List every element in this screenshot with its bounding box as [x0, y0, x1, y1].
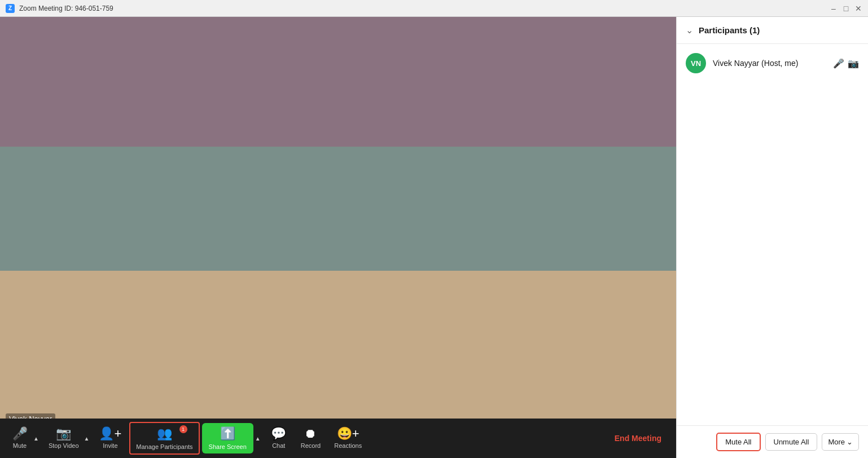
zoom-icon: Z	[6, 4, 15, 13]
title-bar-text: Zoom Meeting ID: 946-051-759	[19, 5, 113, 12]
stop-video-group: 📷 Stop Video ▲	[43, 424, 91, 452]
record-button[interactable]: ⏺ Record	[295, 424, 326, 452]
mute-chevron[interactable]: ▲	[32, 427, 41, 450]
unmute-all-button[interactable]: Unmute All	[765, 433, 818, 451]
manage-participants-icon: 👥	[157, 426, 172, 441]
participants-badge: 1	[179, 425, 187, 433]
share-screen-group: ⬆️ Share Screen ▲	[202, 423, 262, 453]
minimize-button[interactable]: –	[830, 5, 838, 12]
reactions-button[interactable]: 😀+ Reactions	[328, 424, 367, 452]
reactions-icon: 😀+	[337, 428, 360, 440]
video-status-icon: 📷	[848, 58, 859, 69]
video-icon: 📷	[56, 428, 71, 440]
sidebar-footer: Mute All Unmute All More ⌄	[677, 425, 868, 458]
mute-all-button[interactable]: Mute All	[716, 433, 760, 451]
video-segment-bot	[0, 271, 676, 419]
sidebar-title: Participants (1)	[699, 25, 760, 35]
share-screen-chevron[interactable]: ▲	[253, 427, 262, 450]
mic-icon: 🎤	[833, 58, 844, 69]
stop-video-chevron[interactable]: ▲	[82, 427, 91, 450]
video-content	[0, 17, 676, 419]
participant-name: Vivek Nayyar (Host, me)	[713, 59, 826, 68]
participants-sidebar: ⌄ Participants (1) VN Vivek Nayyar (Host…	[676, 17, 868, 458]
mute-group: 🎤 Mute ▲	[6, 424, 41, 452]
avatar: VN	[686, 53, 706, 73]
main-layout: Vivek Nayyar 🎤 Mute ▲ 📷 Stop Video ▲	[0, 17, 868, 458]
sidebar-collapse-button[interactable]: ⌄	[686, 25, 693, 36]
end-meeting-button[interactable]: End Meeting	[606, 429, 670, 447]
sidebar-header: ⌄ Participants (1)	[677, 17, 868, 44]
chat-icon: 💬	[271, 428, 286, 440]
mute-button[interactable]: 🎤 Mute	[6, 424, 34, 452]
video-area: Vivek Nayyar 🎤 Mute ▲ 📷 Stop Video ▲	[0, 17, 676, 458]
invite-button[interactable]: 👤+ Invite	[93, 424, 127, 452]
more-button[interactable]: More ⌄	[822, 433, 859, 451]
title-bar: Z Zoom Meeting ID: 946-051-759 – □ ✕	[0, 0, 868, 17]
close-button[interactable]: ✕	[854, 5, 862, 12]
video-segment-mid	[0, 147, 676, 271]
maximize-button[interactable]: □	[842, 5, 850, 12]
share-screen-icon: ⬆️	[220, 426, 235, 441]
stop-video-button[interactable]: 📷 Stop Video	[43, 424, 85, 452]
microphone-icon: 🎤	[12, 428, 28, 440]
share-screen-button[interactable]: ⬆️ Share Screen	[202, 423, 253, 453]
participant-item: VN Vivek Nayyar (Host, me) 🎤 📷	[677, 49, 868, 78]
more-chevron-icon: ⌄	[847, 438, 853, 446]
manage-participants-button[interactable]: 1 👥 Manage Participants	[129, 422, 199, 455]
record-icon: ⏺	[304, 428, 317, 440]
window-controls: – □ ✕	[830, 5, 862, 12]
chat-button[interactable]: 💬 Chat	[265, 424, 293, 452]
toolbar: 🎤 Mute ▲ 📷 Stop Video ▲ 👤+ Invite	[0, 419, 676, 458]
video-segment-top	[0, 17, 676, 147]
invite-icon: 👤+	[99, 428, 121, 440]
participant-icons: 🎤 📷	[833, 58, 859, 69]
participant-list: VN Vivek Nayyar (Host, me) 🎤 📷	[677, 44, 868, 425]
